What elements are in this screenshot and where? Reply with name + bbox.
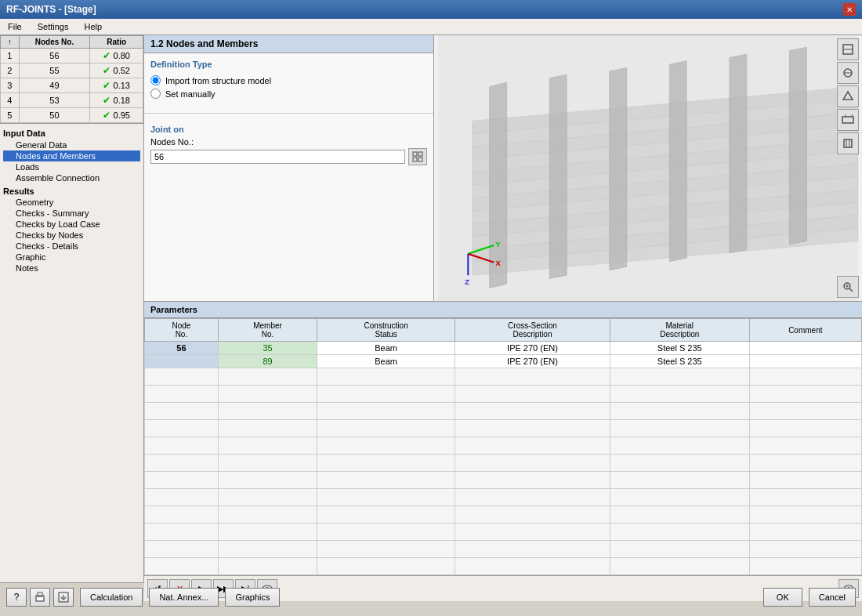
params-area: Parameters NodeNo. MemberNo. Constructio… <box>144 302 862 601</box>
export-button[interactable] <box>53 588 74 607</box>
radio-import[interactable]: Import from structure model <box>150 75 427 85</box>
svg-marker-30 <box>610 68 627 270</box>
definition-type-label: Definition Type <box>150 60 427 69</box>
params-row-empty <box>145 437 862 455</box>
menu-help[interactable]: Help <box>79 20 107 33</box>
params-row-empty <box>145 472 862 489</box>
sidebar-item-notes[interactable]: Notes <box>3 263 140 274</box>
col-member-no: MemberNo. <box>218 319 317 342</box>
sidebar-item-checks-details[interactable]: Checks - Details <box>3 241 140 252</box>
col-nodes: Nodes No. <box>19 36 90 49</box>
zoom-button[interactable] <box>837 276 859 298</box>
params-table: NodeNo. MemberNo. ConstructionStatus Cro… <box>144 318 862 575</box>
svg-rect-3 <box>418 158 422 161</box>
menu-bar: File Settings Help <box>0 19 862 35</box>
nodes-no-input[interactable] <box>150 150 405 164</box>
params-row-empty <box>145 558 862 575</box>
params-row-empty <box>145 420 862 437</box>
viewport-zoom-btn <box>837 276 859 298</box>
svg-rect-0 <box>413 152 417 156</box>
viewport-btn-5[interactable] <box>837 132 859 154</box>
nat-annex-button[interactable]: Nat. Annex... <box>149 588 219 607</box>
scene-svg: 56 M35 M89 Y X Z <box>434 35 862 301</box>
menu-settings[interactable]: Settings <box>33 20 74 33</box>
table-row[interactable]: 3 49 ✔ 0.13 <box>1 78 143 93</box>
radio-group: Import from structure model Set manually <box>150 72 427 102</box>
sidebar-item-checks-load[interactable]: Checks by Load Case <box>3 219 140 230</box>
col-num: ↑ <box>1 36 20 49</box>
title-bar: RF-JOINTS - [Stage] ✕ <box>0 0 862 19</box>
left-panel: ↑ Nodes No. Ratio 1 56 ✔ 0.80 2 55 ✔ 0.5… <box>0 35 144 582</box>
col-cross-section: Cross-SectionDescription <box>455 319 610 342</box>
viewport[interactable]: 56 M35 M89 Y X Z <box>434 35 862 301</box>
svg-marker-33 <box>789 47 806 245</box>
ok-button[interactable]: OK <box>763 588 802 607</box>
viewport-btn-4[interactable] <box>837 109 859 131</box>
params-row-empty <box>145 455 862 472</box>
svg-rect-1 <box>418 152 422 156</box>
params-row-empty <box>145 368 862 386</box>
bottom-left: ? <box>6 588 74 607</box>
viewport-toolbar <box>837 38 859 154</box>
calculation-button[interactable]: Calculation <box>80 588 143 607</box>
top-section: 1.2 Nodes and Members Definition Type Im… <box>144 35 862 302</box>
params-row-1[interactable]: 56 35 Beam IPE 270 (EN) Steel S 235 <box>145 342 862 355</box>
params-row-empty <box>145 524 862 541</box>
svg-text:Z: Z <box>465 277 469 286</box>
svg-rect-12 <box>844 140 852 147</box>
main-container: ↑ Nodes No. Ratio 1 56 ✔ 0.80 2 55 ✔ 0.5… <box>0 35 862 582</box>
table-row[interactable]: 5 50 ✔ 0.95 <box>1 108 143 123</box>
col-material: MaterialDescription <box>610 319 749 342</box>
sidebar-item-geometry[interactable]: Geometry <box>3 197 140 208</box>
sidebar-item-general-data[interactable]: General Data <box>3 140 140 150</box>
input-data-header: Input Data <box>3 127 140 140</box>
form-area: 1.2 Nodes and Members Definition Type Im… <box>144 35 434 301</box>
close-button[interactable]: ✕ <box>843 3 856 16</box>
menu-file[interactable]: File <box>3 20 27 33</box>
sidebar-item-loads[interactable]: Loads <box>3 161 140 172</box>
table-row[interactable]: 4 53 ✔ 0.18 <box>1 93 143 108</box>
sidebar-item-graphic[interactable]: Graphic <box>3 252 140 263</box>
sidebar-item-checks-summary[interactable]: Checks - Summary <box>3 208 140 219</box>
radio-manual[interactable]: Set manually <box>150 89 427 99</box>
svg-marker-28 <box>490 82 507 288</box>
table-row[interactable]: 2 55 ✔ 0.52 <box>1 63 143 78</box>
sidebar-item-nodes-members[interactable]: Nodes and Members <box>3 150 140 161</box>
nodes-no-row <box>150 148 427 165</box>
form-title: 1.2 Nodes and Members <box>144 35 433 53</box>
left-nav: Input Data General Data Nodes and Member… <box>0 124 143 582</box>
params-row-empty <box>145 506 862 524</box>
col-comment: Comment <box>749 319 861 342</box>
svg-marker-8 <box>843 92 853 100</box>
sidebar-item-checks-nodes[interactable]: Checks by Nodes <box>3 230 140 241</box>
svg-marker-31 <box>669 61 686 262</box>
params-row-2[interactable]: 89 Beam IPE 270 (EN) Steel S 235 <box>145 355 862 368</box>
svg-text:Y: Y <box>495 240 501 248</box>
cancel-button[interactable]: Cancel <box>809 588 856 607</box>
print-button[interactable] <box>30 588 50 607</box>
col-ratio: Ratio <box>90 36 143 49</box>
select-icon <box>412 151 423 162</box>
select-node-button[interactable] <box>408 148 427 165</box>
params-table-wrapper: NodeNo. MemberNo. ConstructionStatus Cro… <box>144 318 862 575</box>
title-bar-buttons: ✕ <box>843 3 856 16</box>
viewport-btn-2[interactable] <box>837 62 859 84</box>
joint-on-section: Joint on Nodes No.: <box>144 118 433 172</box>
viewport-btn-1[interactable] <box>837 38 859 60</box>
left-table: ↑ Nodes No. Ratio 1 56 ✔ 0.80 2 55 ✔ 0.5… <box>0 35 143 124</box>
joint-on-label: Joint on <box>150 125 427 134</box>
graphics-button[interactable]: Graphics <box>225 588 280 607</box>
svg-marker-32 <box>730 54 747 253</box>
svg-line-52 <box>849 288 853 292</box>
sidebar-item-assemble[interactable]: Assemble Connection <box>3 172 140 183</box>
definition-type-section: Definition Type Import from structure mo… <box>144 53 433 108</box>
col-node-no: NodeNo. <box>145 319 219 342</box>
svg-text:X: X <box>495 259 501 267</box>
help-button[interactable]: ? <box>6 588 27 607</box>
right-panel: 1.2 Nodes and Members Definition Type Im… <box>144 35 862 582</box>
viewport-btn-3[interactable] <box>837 85 859 107</box>
svg-rect-2 <box>413 158 417 161</box>
table-row[interactable]: 1 56 ✔ 0.80 <box>1 49 143 63</box>
params-title: Parameters <box>144 302 862 318</box>
svg-rect-9 <box>842 117 853 123</box>
